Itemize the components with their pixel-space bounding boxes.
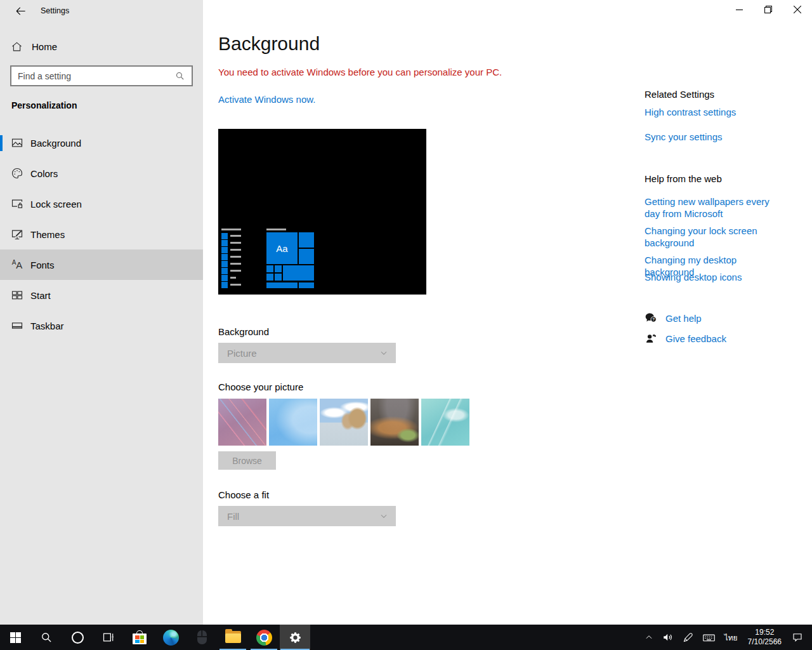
background-dropdown-label: Background bbox=[218, 326, 269, 337]
search-input[interactable] bbox=[11, 71, 174, 81]
preview-app-line bbox=[230, 284, 241, 286]
action-center-button[interactable] bbox=[787, 625, 812, 650]
preview-app-square bbox=[221, 233, 228, 239]
sidebar-item-taskbar[interactable]: Taskbar bbox=[0, 310, 203, 341]
touch-keyboard-button[interactable] bbox=[698, 625, 720, 650]
sync-your-settings-link[interactable]: Sync your settings bbox=[645, 131, 783, 143]
restore-button[interactable] bbox=[754, 0, 783, 19]
mouse-app-button[interactable] bbox=[187, 625, 217, 650]
windows-ink-button[interactable] bbox=[678, 625, 698, 650]
give-feedback-link[interactable]: Give feedback bbox=[665, 333, 726, 344]
gear-icon bbox=[289, 631, 302, 644]
preview-tile bbox=[299, 232, 314, 248]
task-view-button[interactable] bbox=[93, 625, 124, 650]
svg-text:?: ? bbox=[652, 317, 655, 321]
close-button[interactable] bbox=[783, 0, 812, 19]
page-title: Background bbox=[218, 33, 320, 55]
help-link-desktop-icons[interactable]: Showing desktop icons bbox=[645, 271, 783, 283]
background-dropdown[interactable]: Picture bbox=[218, 343, 396, 363]
edge-button[interactable] bbox=[155, 625, 186, 650]
search-icon[interactable] bbox=[174, 70, 185, 81]
start-tiles-icon bbox=[11, 289, 23, 302]
preview-applist-header bbox=[221, 229, 241, 230]
get-help-icon: ? bbox=[645, 312, 657, 324]
preview-app-square bbox=[221, 282, 228, 288]
sidebar-item-home[interactable]: Home bbox=[0, 31, 203, 62]
search-icon bbox=[40, 631, 53, 644]
preview-app-square bbox=[221, 254, 228, 260]
clock[interactable]: 19:52 7/10/2566 bbox=[742, 628, 787, 647]
preview-tiles-header bbox=[266, 229, 286, 230]
picture-thumbnail-1[interactable] bbox=[218, 399, 266, 446]
image-icon bbox=[11, 136, 23, 149]
sidebar-item-lock-screen[interactable]: Lock screen bbox=[0, 189, 203, 219]
sidebar-item-themes[interactable]: Themes bbox=[0, 219, 203, 249]
preview-app-line bbox=[230, 270, 241, 272]
minimize-icon bbox=[736, 6, 743, 13]
activate-windows-link[interactable]: Activate Windows now. bbox=[218, 94, 315, 105]
file-explorer-button[interactable] bbox=[218, 625, 248, 650]
give-feedback-row[interactable]: Give feedback bbox=[645, 332, 726, 345]
sidebar: Settings Home Personalization Background bbox=[0, 0, 203, 625]
language-indicator[interactable]: ไทย bbox=[720, 625, 742, 650]
preview-tile-aa: Aa bbox=[266, 232, 298, 264]
task-view-icon bbox=[102, 631, 115, 644]
mouse-icon bbox=[197, 630, 207, 644]
settings-app-button[interactable] bbox=[280, 625, 310, 650]
preview-app-square bbox=[221, 240, 228, 246]
preview-app-line bbox=[230, 256, 241, 258]
microsoft-store-icon bbox=[132, 630, 147, 645]
preview-tile bbox=[283, 265, 314, 281]
preview-app-line bbox=[230, 235, 241, 237]
get-help-row[interactable]: ? Get help bbox=[645, 312, 702, 324]
picture-thumbnail-2[interactable] bbox=[269, 399, 317, 446]
sidebar-item-colors[interactable]: Colors bbox=[0, 158, 203, 189]
preview-tile bbox=[266, 274, 273, 281]
browse-button[interactable]: Browse bbox=[218, 451, 276, 470]
sidebar-item-fonts[interactable]: AA Fonts bbox=[0, 249, 203, 280]
help-link-lock-screen[interactable]: Changing your lock screen background bbox=[645, 225, 783, 249]
get-help-link[interactable]: Get help bbox=[665, 313, 702, 324]
background-preview: Aa bbox=[218, 129, 426, 295]
cortana-button[interactable] bbox=[62, 625, 93, 650]
microsoft-store-button[interactable] bbox=[124, 625, 155, 650]
preview-app-line bbox=[230, 263, 241, 265]
volume-button[interactable] bbox=[658, 625, 678, 650]
choose-picture-label: Choose your picture bbox=[218, 381, 303, 392]
tray-chevron-up-button[interactable] bbox=[640, 625, 658, 650]
picture-thumbnail-5[interactable] bbox=[421, 399, 469, 446]
search-box[interactable] bbox=[10, 65, 193, 86]
picture-thumbnails bbox=[218, 399, 469, 446]
fonts-icon: AA bbox=[11, 258, 23, 271]
palette-icon bbox=[11, 167, 23, 180]
minimize-button[interactable] bbox=[724, 0, 754, 19]
speaker-icon bbox=[662, 632, 674, 643]
high-contrast-settings-link[interactable]: High contrast settings bbox=[645, 106, 783, 118]
restore-icon bbox=[764, 6, 772, 13]
sidebar-section-heading: Personalization bbox=[11, 100, 77, 110]
sidebar-item-label: Lock screen bbox=[30, 199, 82, 209]
fit-dropdown[interactable]: Fill bbox=[218, 506, 396, 526]
chevron-up-icon bbox=[645, 633, 653, 642]
preview-tile bbox=[299, 282, 314, 288]
sidebar-item-background[interactable]: Background bbox=[0, 128, 203, 158]
chevron-down-icon bbox=[379, 348, 388, 357]
sidebar-item-label: Colors bbox=[30, 168, 58, 179]
preview-app-line bbox=[230, 249, 241, 251]
background-dropdown-value: Picture bbox=[227, 348, 257, 359]
start-button[interactable] bbox=[0, 625, 30, 650]
preview-app-line bbox=[230, 277, 236, 279]
sidebar-item-start[interactable]: Start bbox=[0, 280, 203, 310]
chrome-button[interactable] bbox=[249, 625, 279, 650]
help-link-wallpapers[interactable]: Getting new wallpapers every day from Mi… bbox=[645, 196, 783, 220]
picture-thumbnail-3[interactable] bbox=[320, 399, 368, 446]
back-button[interactable] bbox=[8, 3, 33, 19]
preview-app-square bbox=[221, 247, 228, 253]
themes-icon bbox=[11, 228, 23, 241]
keyboard-icon bbox=[702, 631, 716, 644]
chrome-icon bbox=[256, 630, 272, 646]
window-title: Settings bbox=[41, 6, 69, 15]
taskbar-search-button[interactable] bbox=[31, 625, 62, 650]
picture-thumbnail-4[interactable] bbox=[370, 399, 419, 446]
fit-dropdown-value: Fill bbox=[227, 511, 239, 522]
